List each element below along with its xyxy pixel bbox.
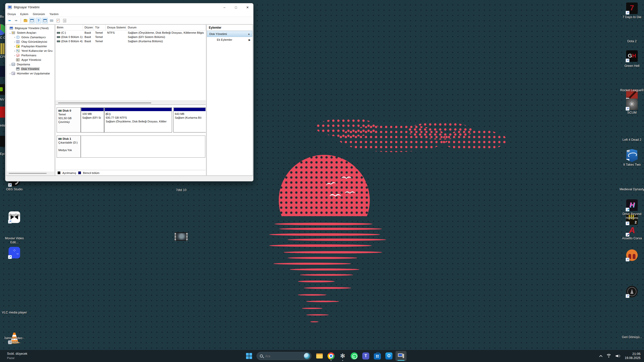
- toolbar-separator: [21, 18, 21, 23]
- desktop-icon-scum[interactable]: ✳↗: [626, 99, 638, 110]
- partition-recovery[interactable]: 643 MBSağlam (Kurtarma Bö: [173, 107, 206, 132]
- menu-yardim[interactable]: Yardım: [47, 11, 61, 17]
- speaker-icon[interactable]: [616, 354, 621, 358]
- column-header-birim[interactable]: Birim: [55, 25, 83, 30]
- column-header-dosya-sistemi[interactable]: Dosya Sistemi: [106, 25, 126, 30]
- volume-row-bolum4[interactable]: (Disk 0 Bölüm 4) Basit Temel Sağlam (Kur…: [55, 39, 206, 43]
- show-action-pane-icon[interactable]: [42, 18, 48, 23]
- volume-row-bolum1[interactable]: (Disk 0 Bölüm 1) Basit Temel Sağlam (EFI…: [55, 35, 206, 39]
- desktop-icon-label[interactable]: Dota 2: [619, 39, 644, 43]
- icon-glyph: 2: [635, 220, 637, 224]
- tree-item-sistem-araclari[interactable]: ⌄Sistem Araçları: [7, 30, 55, 35]
- tree-item-aygit-yoneticisi[interactable]: Aygıt Yöneticisi: [7, 58, 55, 62]
- list-horizontal-scrollbar[interactable]: [56, 101, 206, 105]
- close-button[interactable]: ✕: [242, 3, 253, 11]
- desktop-icon-movavi[interactable]: ⁘ve↗: [9, 247, 20, 258]
- desktop-icon-drive-beyond-horizons[interactable]: H↗: [626, 199, 638, 211]
- disk0-label[interactable]: Disk 0 Temel 931,50 GB Çevrimiçi: [57, 107, 81, 132]
- desktop-icon-7-days-to-die[interactable]: 7↗: [626, 3, 638, 14]
- tray-time: 21:05: [625, 352, 640, 356]
- open-folder-icon[interactable]: [23, 18, 28, 23]
- actions-ek-eylemler[interactable]: Ek Eylemler ▶: [207, 37, 253, 42]
- desktop-icon-green-hell[interactable]: GH↗: [626, 50, 638, 62]
- tray-chevron-up-icon[interactable]: [599, 355, 603, 358]
- action-popup-icon[interactable]: [49, 18, 54, 23]
- taskbar-file-explorer-icon[interactable]: [316, 352, 323, 359]
- taskbar-computer-management-active[interactable]: [395, 351, 407, 361]
- disk1-region[interactable]: [81, 135, 205, 158]
- tree-item-olay-goruntuleyicisi[interactable]: ›Olay Görüntüleyicisi: [7, 39, 55, 44]
- teams-letter: T: [365, 354, 367, 358]
- disk-management-icon: [16, 67, 20, 70]
- tree-horizontal-scrollbar[interactable]: [7, 171, 54, 175]
- taskbar-chrome-icon[interactable]: [328, 352, 335, 359]
- volume-row-c[interactable]: (C:) Basit Temel NTFS Sağlam (Önyükleme,…: [55, 30, 206, 35]
- partition-c[interactable]: (C:)930,77 GB NTFSSağlam (Önyükleme, Dis…: [104, 107, 172, 132]
- title-bar[interactable]: Bilgisayar Yönetimi – □ ✕: [5, 3, 253, 11]
- bing-daily-image[interactable]: [304, 353, 310, 359]
- taskbar-search[interactable]: [257, 352, 311, 360]
- desktop-icon-label[interactable]: CapCut: [2, 213, 27, 217]
- maximize-button[interactable]: □: [230, 3, 242, 11]
- tree-item-yerel-kullanicilar[interactable]: ›Yerel Kullanıcılar ve Gru: [7, 49, 55, 53]
- check-disk-icon[interactable]: [55, 18, 61, 23]
- desktop-icon-medieval-dynasty[interactable]: ↗: [626, 286, 638, 297]
- desktop-icon-label[interactable]: Left 4 Dead 2: [619, 138, 644, 142]
- taskbar-outlook-icon[interactable]: [385, 352, 392, 359]
- desktop-icon-label[interactable]: Geri Dönüşü...: [619, 335, 644, 339]
- taskbar-teams-icon[interactable]: T: [362, 352, 369, 359]
- search-icon: [260, 354, 263, 357]
- desktop-icon-label[interactable]: Rocket League®: [619, 88, 644, 92]
- collapse-caret-icon[interactable]: ▲: [248, 33, 250, 35]
- desktop-icon-label[interactable]: Assetto Corsa: [619, 236, 644, 240]
- partition-efi[interactable]: 100 MBSağlam (EFI Si: [81, 107, 104, 132]
- forward-arrow-icon[interactable]: ➡: [13, 18, 19, 23]
- desktop-icon-label[interactable]: OBS Studio: [2, 187, 27, 191]
- desktop-icon-label[interactable]: 7dtd 10: [169, 188, 194, 192]
- taskbar-chatgpt-icon[interactable]: ✻: [339, 352, 346, 359]
- tree-item-performans[interactable]: ›Performans: [7, 53, 55, 58]
- tree-item-hizmetler[interactable]: ›Hizmetler ve Uygulamalar: [7, 71, 55, 76]
- desktop-icon-label[interactable]: Drive Beyond Horizons: [619, 212, 644, 220]
- taskbar-microsoft-store-icon[interactable]: [374, 353, 381, 359]
- tree-item-gorev-zamanlayici[interactable]: ›Görev Zamanlayıcı: [7, 35, 55, 39]
- column-header-duzen[interactable]: Düzen: [83, 25, 94, 30]
- back-arrow-icon[interactable]: ⬅: [7, 18, 12, 23]
- desktop-icon-label[interactable]: İsimsiz video - Clipcha...: [2, 336, 27, 344]
- actions-disk-yonetimi[interactable]: Disk Yönetimi ▲: [207, 31, 252, 37]
- column-header-tur[interactable]: Tür: [94, 25, 106, 30]
- desktop-icon-assetto-corsa[interactable]: A↗: [626, 224, 638, 236]
- window-resize-strip[interactable]: [5, 176, 253, 181]
- desktop-icon-label[interactable]: Medieval Dynasty: [619, 187, 644, 191]
- wifi-icon[interactable]: [606, 354, 612, 358]
- properties-icon[interactable]: [62, 18, 67, 23]
- desktop-icon-label[interactable]: 7 Days to Die: [619, 15, 644, 19]
- disk1-label[interactable]: Disk 1 Çıkarılabilir (D:) Medya Yok: [57, 135, 81, 158]
- desktop-icon-label[interactable]: VLC media player: [2, 310, 27, 314]
- search-input[interactable]: [265, 354, 295, 358]
- tree-item-root[interactable]: Bilgisayar Yönetimi (Yerel): [7, 26, 55, 30]
- tree-item-depolama[interactable]: ⌄Depolama: [7, 62, 55, 67]
- show-console-tree-icon[interactable]: [29, 18, 35, 23]
- taskbar-whatsapp-icon[interactable]: [351, 352, 358, 359]
- menu-dosya[interactable]: Dosya: [5, 11, 18, 17]
- desktop-icon-label[interactable]: It Takes Two: [619, 163, 644, 167]
- volume-icon: [57, 36, 60, 38]
- desktop-icon-it-takes-two[interactable]: ↗: [626, 249, 638, 261]
- tree-item-disk-yonetimi[interactable]: Disk Yönetimi: [7, 67, 55, 71]
- help-icon[interactable]: ?: [36, 18, 41, 23]
- start-button[interactable]: [246, 353, 252, 359]
- desktop-icon-label[interactable]: SCUM: [619, 111, 644, 115]
- tree-item-paylasilan-klasorler[interactable]: ›Paylaşılan Klasörler: [7, 44, 55, 49]
- menu-gorunum[interactable]: Görünüm: [31, 11, 47, 17]
- menu-eylem[interactable]: Eylem: [18, 11, 31, 17]
- sun-graphic: [279, 155, 370, 216]
- minimize-button[interactable]: –: [219, 3, 230, 11]
- weather-widget[interactable]: Sıckl. düşecek Pazar: [7, 352, 27, 360]
- desktop-icon-7dtd-video[interactable]: [175, 232, 188, 241]
- desktop-icon-label[interactable]: Movavi Video Edit...: [2, 236, 27, 244]
- tray-clock[interactable]: 21:05 19.08.2025: [625, 352, 640, 360]
- desktop-icon-label[interactable]: Green Hell: [619, 64, 644, 68]
- disk-icon: [58, 138, 62, 140]
- column-header-durum[interactable]: Durum: [126, 25, 206, 30]
